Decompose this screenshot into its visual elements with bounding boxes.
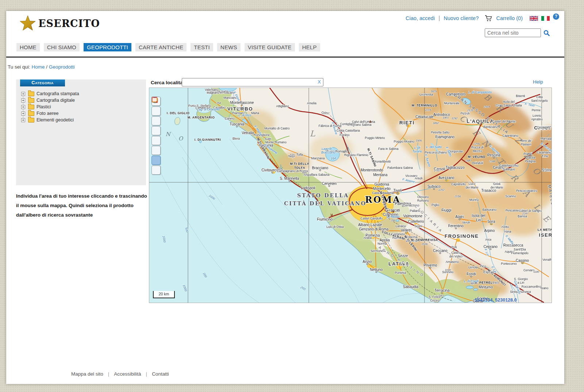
- nav-item-testi[interactable]: TESTI: [191, 43, 213, 51]
- map-label: Morino: [469, 198, 479, 202]
- map-label: Monterotondo: [361, 168, 383, 172]
- nav-item-home[interactable]: HOME: [16, 43, 40, 51]
- tree-item-foto-aeree[interactable]: +Foto aeree: [21, 110, 79, 117]
- map-label: Palombara Sabina: [387, 166, 413, 170]
- map-label: Poggio Mirteto: [365, 136, 385, 140]
- map-label: Norma: [377, 242, 387, 245]
- tree-item-label[interactable]: Cartografia stampata: [36, 91, 79, 96]
- map-label: Poggio Moiano: [394, 140, 415, 143]
- map-label: A: [343, 145, 350, 155]
- nav-item-chi-siamo[interactable]: CHI SIAMO: [44, 43, 80, 51]
- map-label: Arpino: [484, 229, 495, 233]
- pan-tool-icon[interactable]: [151, 106, 161, 116]
- map-label: Civita Castellana: [337, 129, 360, 132]
- map-label: 164: [331, 156, 336, 160]
- clear-search-button[interactable]: X: [318, 79, 321, 85]
- map-label: Fiumeràpido: [511, 251, 529, 255]
- map-label: 2348: [489, 160, 496, 163]
- search-icon[interactable]: [543, 30, 550, 36]
- select-rectangle-tool-icon[interactable]: [151, 156, 161, 165]
- breadcrumb-current-link[interactable]: Geoprodotti: [49, 64, 75, 70]
- footer-link-mappa-del-sito[interactable]: Mappa del sito: [71, 371, 103, 377]
- map-help-link[interactable]: Help: [533, 79, 543, 85]
- locality-search-input[interactable]: [182, 78, 323, 86]
- coordinates-tool-icon[interactable]: xy: [151, 146, 161, 155]
- zoom-box-tool-icon[interactable]: [151, 136, 161, 145]
- map-label: Fábrica di Roma: [319, 124, 342, 128]
- map-label: Leonessa: [420, 93, 433, 96]
- login-link[interactable]: Ciao, accedi: [406, 15, 435, 21]
- map-label: 2206: [473, 142, 480, 145]
- expand-icon[interactable]: +: [21, 98, 25, 102]
- expand-icon[interactable]: +: [21, 105, 25, 109]
- select-star-tool-icon[interactable]: [151, 166, 161, 175]
- zoom-in-tool-icon[interactable]: [151, 116, 161, 125]
- map-label: Sabaudia: [403, 285, 419, 289]
- map-label: Rocca di: [471, 145, 483, 149]
- nav-item-visite-guidate[interactable]: VISITE GUIDATE: [245, 43, 295, 51]
- map-label: Sant'Elia: [514, 248, 526, 251]
- tree-item-label[interactable]: Foto aeree: [36, 111, 58, 116]
- map-label: Montefiascone: [230, 101, 254, 105]
- map-label: Subequo: [503, 167, 515, 171]
- flag-it-icon[interactable]: [541, 16, 550, 21]
- map-label: Lènola: [468, 265, 478, 269]
- tree-item-label[interactable]: Plastici: [36, 104, 51, 109]
- expand-icon[interactable]: +: [21, 118, 25, 122]
- map-label: L. di: [414, 146, 420, 150]
- map-viewport[interactable]: VITERBORIETIL'AQUILACHIETIFROSINONELATIN…: [149, 88, 552, 303]
- map-label: Lariano: [396, 224, 406, 228]
- expand-icon[interactable]: +: [21, 112, 25, 116]
- footer-link-contatti[interactable]: Contatti: [152, 371, 169, 377]
- map-label: Anguillara Sabazia: [304, 173, 330, 176]
- map-label: Scanno: [506, 194, 516, 198]
- nav-item-geoprodotti[interactable]: GEOPRODOTTI: [84, 43, 131, 51]
- map-label: Segni: [414, 224, 422, 228]
- breadcrumb-home-link[interactable]: Home: [32, 64, 45, 70]
- map-label: M. VELINO: [468, 155, 485, 159]
- top-links: Ciao, accedi | Nuovo cliente? Carrello (…: [406, 15, 559, 22]
- map-label: Balsorano: [483, 208, 497, 211]
- map-label: 1536: [422, 242, 428, 246]
- map-label: M. SEMPREVISA: [411, 238, 438, 242]
- footer-link-accessibilità[interactable]: Accessibilità: [114, 371, 141, 377]
- nav-item-help[interactable]: HELP: [299, 43, 320, 51]
- cart-link[interactable]: Carrello (0): [496, 15, 523, 21]
- map-label: T.me: [542, 154, 549, 158]
- zoom-out-tool-icon[interactable]: [151, 126, 161, 135]
- map-label: Sezze: [398, 254, 408, 258]
- map-label: Gioia: [493, 182, 500, 186]
- tree-item-label[interactable]: Cartografia digitale: [36, 98, 75, 103]
- map-label: S. Marinella: [280, 176, 299, 181]
- map-label: Olevano: [417, 195, 429, 199]
- map-label: Arce: [485, 238, 492, 241]
- map-label: Alvito: [502, 225, 509, 229]
- map-label: Città: [536, 95, 543, 99]
- map-label: Aprutino: [531, 117, 543, 121]
- help-bubble-icon[interactable]: ?: [553, 13, 559, 20]
- map-label: M.TI DELLA: [290, 162, 310, 166]
- new-client-link[interactable]: Nuovo cliente?: [444, 15, 479, 21]
- map-label: Pofi: [452, 245, 457, 249]
- map-label: Capistrello: [451, 182, 466, 186]
- tree-item-plastici[interactable]: +Plastici: [21, 104, 79, 110]
- nav-item-news[interactable]: NEWS: [217, 43, 241, 51]
- flag-uk-icon[interactable]: [530, 16, 538, 21]
- tree-item-cartografia-stampata[interactable]: +Cartografia stampata: [21, 90, 79, 97]
- tree-item-label[interactable]: Elementi geodetici: [36, 117, 74, 123]
- map-label: 2795: [543, 168, 550, 171]
- cart-icon[interactable]: [485, 15, 493, 22]
- category-panel: Categoria +Cartografia stampata+Cartogra…: [16, 79, 146, 185]
- map-label: I. DEL GIGLIO: [167, 111, 190, 115]
- map-label: FROSINONE: [445, 233, 479, 239]
- site-search-input[interactable]: [485, 28, 541, 37]
- map-label: 354: [216, 101, 221, 105]
- map-label: Avezzano: [438, 176, 454, 180]
- map-label: LA META: [538, 228, 552, 232]
- tree-item-cartografia-digitale[interactable]: +Cartografia digitale: [21, 97, 79, 104]
- map-label: Lag. di Orbetello: [197, 108, 220, 111]
- expand-icon[interactable]: +: [21, 92, 25, 96]
- tree-item-elementi-geodetici[interactable]: +Elementi geodetici: [21, 117, 79, 123]
- map-label: Petrella Salto: [431, 131, 450, 134]
- nav-item-carte-antiche[interactable]: CARTE ANTICHE: [135, 43, 187, 51]
